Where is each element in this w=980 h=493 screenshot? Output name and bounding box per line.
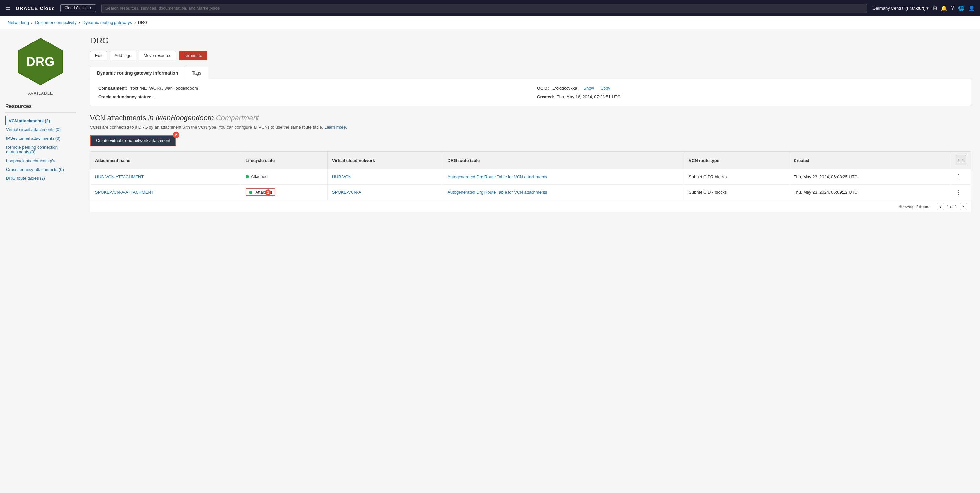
learn-more-link[interactable]: Learn more <box>324 125 346 130</box>
row-actions-menu-1[interactable]: ⋮ <box>956 173 961 180</box>
tab-info[interactable]: Dynamic routing gateway information <box>90 67 185 79</box>
sidebar-item-drg-route-tables[interactable]: DRG route tables (2) <box>5 174 76 183</box>
created-cell-2: Thu, May 23, 2024, 06:09:12 UTC <box>789 184 951 200</box>
col-attachment-name: Attachment name <box>91 152 241 169</box>
table-row: SPOKE-VCN-A-ATTACHMENT Attached 1 <box>91 184 971 200</box>
drg-icon-label: DRG <box>26 55 54 69</box>
region-selector[interactable]: Germany Central (Frankfurt) ▾ <box>872 6 929 11</box>
sidebar-item-vcn-attachments[interactable]: VCN attachments (2) <box>5 116 76 125</box>
sidebar-item-loopback[interactable]: Loopback attachments (0) <box>5 156 76 165</box>
breadcrumb-networking[interactable]: Networking <box>8 20 29 25</box>
table-header: Attachment name Lifecycle state Virtual … <box>91 152 971 169</box>
vcn-attachments-table: Attachment name Lifecycle state Virtual … <box>90 151 971 200</box>
table-actions-menu-icon[interactable]: ⋮⋮ <box>956 155 966 165</box>
tab-bar: Dynamic routing gateway information Tags <box>90 67 971 79</box>
vcn-cell-1: HUB-VCN <box>327 169 443 184</box>
ocid-label: OCID: <box>537 86 549 91</box>
status-dot-2 <box>249 191 252 194</box>
col-vcn: Virtual cloud network <box>327 152 443 169</box>
hamburger-icon[interactable]: ☰ <box>5 5 10 12</box>
sidebar-link-ipsec[interactable]: IPSec tunnel attachments (0) <box>6 136 60 141</box>
sidebar-item-virtual-circuit[interactable]: Virtual circuit attachments (0) <box>5 125 76 134</box>
sidebar-link-loopback[interactable]: Loopback attachments (0) <box>6 158 55 163</box>
breadcrumb-dynamic-routing-gateways[interactable]: Dynamic routing gateways <box>83 20 132 25</box>
available-status: AVAILABLE <box>28 91 53 96</box>
attachment-name-link-2[interactable]: SPOKE-VCN-A-ATTACHMENT <box>95 190 154 195</box>
move-resource-button[interactable]: Move resource <box>139 51 177 60</box>
sidebar-link-drg-route-tables[interactable]: DRG route tables (2) <box>6 176 45 181</box>
table-body: HUB-VCN-ATTACHMENT Attached HUB-VCN <box>91 169 971 200</box>
pagination-info: 1 of 1 <box>947 204 957 209</box>
vcn-attachments-section: VCN attachments in IwanHoogendoorn Compa… <box>90 114 971 212</box>
created-label: Created: <box>537 94 554 99</box>
col-actions: ⋮⋮ <box>951 152 971 169</box>
lifecycle-state-cell-2: Attached 1 <box>241 184 327 200</box>
info-panel: Compartment: (root)/NETWORK/IwanHoogendo… <box>90 79 971 106</box>
sidebar-link-cross-tenancy[interactable]: Cross-tenancy attachments (0) <box>6 167 64 172</box>
page-title: DRG <box>90 36 971 46</box>
sidebar-link-virtual-circuit[interactable]: Virtual circuit attachments (0) <box>6 127 60 132</box>
bell-icon[interactable]: 🔔 <box>941 5 947 11</box>
main-layout: DRG AVAILABLE Resources VCN attachments … <box>0 29 980 493</box>
vcn-route-type-cell-1: Subnet CIDR blocks <box>684 169 789 184</box>
breadcrumb-customer-connectivity[interactable]: Customer connectivity <box>35 20 76 25</box>
row-actions-cell-1[interactable]: ⋮ <box>951 169 971 184</box>
help-icon[interactable]: ? <box>951 5 954 11</box>
row-actions-menu-2[interactable]: ⋮ <box>956 189 961 196</box>
action-buttons: Edit Add tags Move resource Terminate <box>90 51 971 60</box>
globe-icon[interactable]: 🌐 <box>958 5 964 11</box>
add-tags-button[interactable]: Add tags <box>110 51 136 60</box>
breadcrumb-current: DRG <box>138 20 148 25</box>
compartment-row: Compartment: (root)/NETWORK/IwanHoogendo… <box>98 86 524 91</box>
drg-route-table-cell-2: Autogenerated Drg Route Table for VCN at… <box>443 184 684 200</box>
vcn-link-1[interactable]: HUB-VCN <box>332 175 351 180</box>
col-vcn-route-type: VCN route type <box>684 152 789 169</box>
created-value: Thu, May 16, 2024, 07:28:51 UTC <box>557 94 621 99</box>
pagination-next[interactable]: › <box>960 203 967 210</box>
ocid-copy-link[interactable]: Copy <box>600 86 610 91</box>
attachment-name-link-1[interactable]: HUB-VCN-ATTACHMENT <box>95 175 144 180</box>
pagination-prev[interactable]: ‹ <box>937 203 944 210</box>
create-vcn-attachment-button[interactable]: Create virtual cloud network attachment <box>90 135 176 146</box>
status-attached-1: Attached <box>246 174 267 179</box>
edit-button[interactable]: Edit <box>90 51 107 60</box>
left-panel: DRG AVAILABLE Resources VCN attachments … <box>0 29 81 493</box>
content-area: DRG Edit Add tags Move resource Terminat… <box>81 29 980 493</box>
sidebar-link-remote-peering[interactable]: Remote peering connection attachments (0… <box>6 145 58 154</box>
drg-hexagon: DRG <box>14 36 67 87</box>
compartment-label: Compartment: <box>98 86 127 91</box>
cloud-classic-button[interactable]: Cloud Classic > <box>60 4 96 12</box>
sidebar-menu: VCN attachments (2) Virtual circuit atta… <box>5 116 76 183</box>
row-actions-cell-2[interactable]: ⋮ <box>951 184 971 200</box>
user-icon[interactable]: 👤 <box>968 5 975 11</box>
ocid-show-link[interactable]: Show <box>583 86 594 91</box>
search-input[interactable] <box>101 3 867 13</box>
breadcrumb: Networking › Customer connectivity › Dyn… <box>0 16 980 29</box>
sidebar-item-cross-tenancy[interactable]: Cross-tenancy attachments (0) <box>5 165 76 174</box>
col-lifecycle-state: Lifecycle state <box>241 152 327 169</box>
attachment-name-cell: HUB-VCN-ATTACHMENT <box>91 169 241 184</box>
vcn-cell-2: SPOKE-VCN-A <box>327 184 443 200</box>
vcn-link-2[interactable]: SPOKE-VCN-A <box>332 190 361 195</box>
oracle-redundancy-value: — <box>154 94 158 99</box>
drg-route-table-link-1[interactable]: Autogenerated Drg Route Table for VCN at… <box>447 175 547 180</box>
lifecycle-state-cell-1: Attached <box>241 169 327 184</box>
created-row: Created: Thu, May 16, 2024, 07:28:51 UTC <box>537 94 963 99</box>
drg-route-table-cell-1: Autogenerated Drg Route Table for VCN at… <box>443 169 684 184</box>
sidebar-link-vcn-attachments[interactable]: VCN attachments (2) <box>9 118 50 123</box>
created-cell-1: Thu, May 23, 2024, 06:08:25 UTC <box>789 169 951 184</box>
oracle-logo: ORACLE Cloud <box>16 5 55 11</box>
terminate-button[interactable]: Terminate <box>179 51 207 60</box>
info-grid: Compartment: (root)/NETWORK/IwanHoogendo… <box>98 86 963 99</box>
sidebar-item-remote-peering[interactable]: Remote peering connection attachments (0… <box>5 143 76 156</box>
sidebar-item-ipsec[interactable]: IPSec tunnel attachments (0) <box>5 134 76 143</box>
nav-right: Germany Central (Frankfurt) ▾ ⊞ 🔔 ? 🌐 👤 <box>872 5 975 11</box>
status-dot-1 <box>246 175 249 178</box>
create-btn-container: Create virtual cloud network attachment … <box>90 135 176 146</box>
console-icon[interactable]: ⊞ <box>933 5 937 11</box>
drg-route-table-link-2[interactable]: Autogenerated Drg Route Table for VCN at… <box>447 190 547 195</box>
top-navigation: ☰ ORACLE Cloud Cloud Classic > Germany C… <box>0 0 980 16</box>
tab-tags[interactable]: Tags <box>185 67 208 79</box>
oracle-redundancy-row: Oracle redundancy status: — <box>98 94 524 99</box>
showing-count: Showing 2 items <box>898 204 929 209</box>
